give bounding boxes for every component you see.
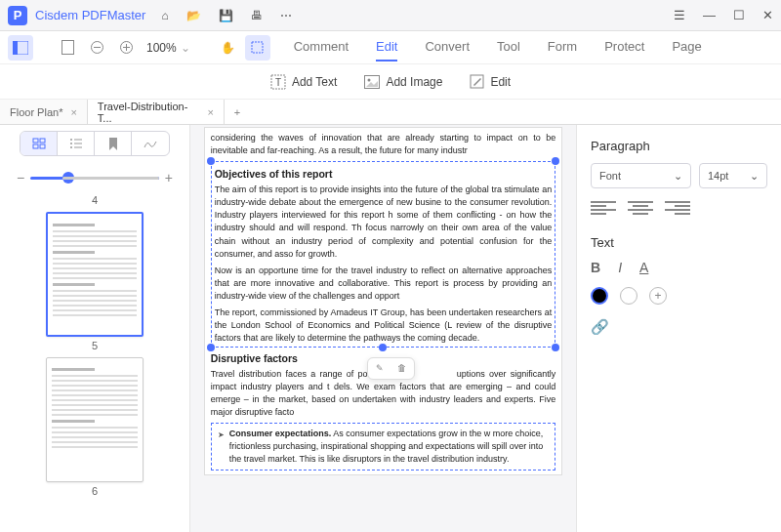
add-color-button[interactable]: + bbox=[649, 287, 667, 305]
format-panel: Paragraph Font ⌄ 14pt ⌄ Text B I A + bbox=[576, 125, 781, 532]
pdf-page: considering the waves of innovation that… bbox=[204, 127, 563, 475]
svg-rect-17 bbox=[40, 144, 45, 148]
font-size-dropdown[interactable]: 14pt ⌄ bbox=[699, 163, 767, 188]
window-controls: ☰ — ☐ ✕ bbox=[674, 8, 773, 22]
bookmark-view-icon[interactable] bbox=[95, 132, 132, 155]
edit-label: Edit bbox=[490, 75, 511, 89]
resize-handle[interactable] bbox=[552, 157, 559, 165]
align-center-button[interactable] bbox=[628, 198, 653, 218]
zoom-out-button[interactable] bbox=[84, 35, 109, 61]
tab-protect[interactable]: Protect bbox=[604, 33, 644, 61]
new-tab-button[interactable]: + bbox=[225, 100, 250, 124]
underline-button[interactable]: A bbox=[639, 260, 648, 275]
close-tab-icon[interactable]: × bbox=[207, 106, 213, 118]
page-icon[interactable] bbox=[55, 35, 80, 61]
slider-track[interactable] bbox=[30, 177, 159, 180]
color-swatch-white[interactable] bbox=[620, 287, 637, 305]
body-text[interactable]: The aim of this report is to provide ins… bbox=[215, 184, 553, 260]
italic-button[interactable]: I bbox=[618, 260, 622, 275]
thumbnails-view-icon[interactable] bbox=[21, 132, 58, 155]
sidebar-toggle-button[interactable] bbox=[8, 35, 33, 61]
tab-convert[interactable]: Convert bbox=[425, 33, 470, 61]
resize-handle[interactable] bbox=[552, 344, 559, 351]
main-tabs: Comment Edit Convert Tool Form Protect P… bbox=[294, 33, 702, 61]
align-left-button[interactable] bbox=[591, 198, 616, 218]
edit-button[interactable]: Edit bbox=[470, 74, 511, 89]
text-fragment: Travel distribution faces a range of pot bbox=[211, 369, 370, 379]
select-tool-button[interactable] bbox=[245, 35, 270, 61]
close-icon[interactable]: ✕ bbox=[762, 8, 773, 22]
document-view[interactable]: considering the waves of innovation that… bbox=[190, 125, 576, 532]
heading[interactable]: Objectives of this report bbox=[215, 167, 553, 182]
slider-knob[interactable] bbox=[62, 172, 74, 184]
resize-handle[interactable] bbox=[207, 157, 215, 165]
delete-icon[interactable]: 🗑 bbox=[397, 362, 406, 375]
titlebar-icons: ⌂ 📂 💾 🖶 ⋯ bbox=[161, 9, 291, 22]
main-area: − + 4 5 6 considering the waves of innov… bbox=[0, 125, 781, 532]
bullet-title: Consumer expectations. bbox=[229, 429, 332, 438]
svg-point-22 bbox=[70, 146, 72, 148]
body-text[interactable]: considering the waves of innovation that… bbox=[211, 132, 556, 157]
body-text[interactable]: The report, commissioned by Amadeus IT G… bbox=[215, 307, 553, 345]
add-text-label: Add Text bbox=[292, 75, 337, 89]
doc-tab-label: Floor Plan* bbox=[10, 106, 62, 118]
slider-minus-icon[interactable]: − bbox=[17, 170, 24, 185]
body-text[interactable]: Now is an opportune time for the travel … bbox=[215, 265, 553, 303]
chevron-down-icon: ⌄ bbox=[674, 170, 682, 183]
doc-tab-travel[interactable]: Travel-Distribution-T... × bbox=[88, 100, 225, 124]
thumbnail-page-5[interactable] bbox=[46, 212, 144, 337]
svg-text:T: T bbox=[275, 77, 281, 88]
bold-button[interactable]: B bbox=[591, 260, 600, 275]
color-swatch-black[interactable] bbox=[591, 287, 608, 305]
resize-handle[interactable] bbox=[379, 344, 387, 351]
page-number-label: 6 bbox=[92, 485, 98, 497]
size-value: 14pt bbox=[708, 170, 728, 182]
signature-view-icon[interactable] bbox=[132, 132, 169, 155]
add-image-button[interactable]: Add Image bbox=[364, 75, 442, 89]
open-icon[interactable]: 📂 bbox=[186, 9, 201, 22]
tab-tool[interactable]: Tool bbox=[497, 33, 520, 61]
slider-plus-icon[interactable]: + bbox=[165, 170, 173, 185]
chevron-down-icon: ⌄ bbox=[750, 170, 759, 183]
minimize-icon[interactable]: — bbox=[703, 8, 716, 22]
page-number-label: 4 bbox=[92, 194, 98, 206]
copy-icon[interactable]: ✎ bbox=[376, 362, 384, 375]
font-dropdown[interactable]: Font ⌄ bbox=[591, 163, 691, 188]
save-icon[interactable]: 💾 bbox=[219, 9, 233, 22]
svg-rect-2 bbox=[62, 41, 73, 55]
app-title: Cisdem PDFMaster bbox=[35, 8, 145, 22]
svg-point-12 bbox=[368, 78, 371, 81]
more-icon[interactable]: ⋯ bbox=[280, 9, 292, 22]
zoom-in-button[interactable] bbox=[113, 35, 139, 61]
doc-tab-floor-plan[interactable]: Floor Plan* × bbox=[0, 100, 88, 124]
zoom-level-dropdown[interactable]: 100% ⌄ bbox=[146, 41, 190, 55]
tab-comment[interactable]: Comment bbox=[294, 33, 349, 61]
add-text-button[interactable]: T Add Text bbox=[270, 74, 337, 90]
main-toolbar: 100% ⌄ ✋ Comment Edit Convert Tool Form … bbox=[0, 31, 781, 64]
tab-form[interactable]: Form bbox=[548, 33, 577, 61]
close-tab-icon[interactable]: × bbox=[70, 106, 76, 118]
edit-subtoolbar: T Add Text Add Image Edit bbox=[0, 64, 781, 100]
tab-edit[interactable]: Edit bbox=[376, 33, 397, 61]
tab-page[interactable]: Page bbox=[672, 33, 701, 61]
thumbnail-page-6[interactable] bbox=[46, 357, 144, 482]
thumbnail-sidebar: − + 4 5 6 bbox=[0, 125, 190, 532]
hand-tool-button[interactable]: ✋ bbox=[216, 35, 241, 61]
bullet-text-block[interactable]: Consumer expectations. As consumer expec… bbox=[211, 423, 556, 471]
app-logo: P bbox=[8, 6, 27, 25]
align-right-button[interactable] bbox=[665, 198, 690, 218]
color-row: + bbox=[591, 287, 767, 305]
maximize-icon[interactable]: ☐ bbox=[733, 8, 745, 22]
selected-text-block[interactable]: Objectives of this report The aim of thi… bbox=[211, 161, 556, 348]
link-button[interactable]: 🔗 bbox=[591, 318, 767, 336]
print-icon[interactable]: 🖶 bbox=[251, 9, 263, 22]
menu-icon[interactable]: ☰ bbox=[674, 8, 685, 22]
outline-view-icon[interactable] bbox=[58, 132, 95, 155]
text-style-row: B I A bbox=[591, 260, 767, 275]
svg-rect-16 bbox=[33, 144, 38, 148]
doc-tab-label: Travel-Distribution-T... bbox=[98, 101, 200, 124]
resize-handle[interactable] bbox=[207, 344, 215, 351]
svg-point-18 bbox=[70, 139, 72, 141]
svg-point-20 bbox=[70, 143, 72, 144]
home-icon[interactable]: ⌂ bbox=[161, 9, 168, 22]
